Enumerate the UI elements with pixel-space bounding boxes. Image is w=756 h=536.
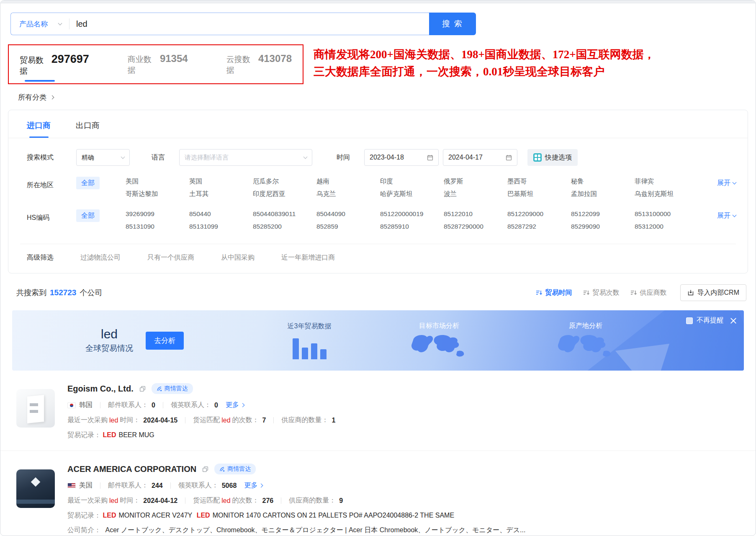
tab-business-data[interactable]: 商业数据 91354 [128, 53, 188, 77]
region-item[interactable]: 菲律宾 [635, 177, 698, 186]
hs-item[interactable]: 850440 [189, 209, 253, 219]
date-to-picker[interactable]: 2024-04-17 [443, 149, 517, 166]
results-header: 共搜索到 152723 个公司 贸易时间 贸易次数 供应商数 导入内部CRM [0, 273, 756, 309]
filter-row-hs: HS编码 全部 3926909985131090 85044085131099 … [8, 209, 748, 231]
search-category-label: 产品名称 [19, 19, 48, 29]
chevron-right-icon [259, 484, 263, 488]
hs-item[interactable]: 85131099 [189, 222, 253, 231]
import-crm-button[interactable]: 导入内部CRM [680, 284, 746, 301]
search-category-select[interactable]: 产品名称 [11, 19, 69, 29]
search-mode-select[interactable]: 精确 [76, 149, 130, 166]
sort-icon [583, 290, 590, 296]
region-label: 所在地区 [27, 177, 67, 193]
hs-item[interactable]: 85312000 [635, 222, 698, 231]
region-item[interactable]: 哥斯达黎加 [126, 189, 189, 198]
region-item[interactable]: 土耳其 [189, 189, 253, 198]
close-icon[interactable] [730, 317, 737, 325]
search-combo: 产品名称 [10, 13, 429, 35]
hs-item[interactable]: 85299090 [571, 222, 635, 231]
search-mode-label: 搜索模式 [27, 149, 67, 166]
hs-item[interactable]: 85287290000 [444, 222, 507, 231]
region-item[interactable]: 美国 [126, 177, 189, 186]
region-item[interactable]: 乌克兰 [316, 189, 380, 198]
advanced-filter-button[interactable]: 高级筛选 [27, 253, 54, 262]
hs-item[interactable]: 852859 [316, 222, 380, 231]
more-link[interactable]: 更多 [226, 401, 244, 410]
region-all-chip[interactable]: 全部 [76, 177, 100, 189]
hs-item[interactable]: 85285910 [380, 222, 444, 231]
sort-trade-count[interactable]: 贸易次数 [583, 289, 620, 297]
region-item[interactable]: 哈萨克斯坦 [380, 189, 444, 198]
sort-trade-time[interactable]: 贸易时间 [536, 289, 572, 297]
copy-icon[interactable] [202, 466, 208, 472]
company-name[interactable]: ACER AMERICA CORPORATION [67, 464, 196, 474]
banner-feature-origin: 原产地分析 [517, 322, 655, 360]
radar-badge[interactable]: 商情雷达 [152, 383, 193, 394]
tab-trade-data[interactable]: 贸易数据 297697 [20, 53, 89, 77]
world-map-graphic [408, 333, 471, 360]
data-source-row: 贸易数据 297697 商业数据 91354 云搜数据 413078 商情发现将… [0, 41, 756, 84]
region-item[interactable]: 孟加拉国 [571, 189, 635, 198]
region-item[interactable]: 印度尼西亚 [253, 189, 316, 198]
hs-item[interactable]: 85122010 [444, 209, 507, 219]
hs-item[interactable]: 85044090 [316, 209, 380, 219]
chevron-right-icon [240, 403, 244, 407]
tab-importer[interactable]: 进口商 [27, 120, 51, 138]
hs-expand-button[interactable]: 展开 [717, 209, 736, 222]
region-item[interactable]: 乌兹别克斯坦 [635, 189, 698, 198]
filter-new-importers[interactable]: 近一年新增进口商 [281, 253, 335, 262]
region-item[interactable]: 秘鲁 [571, 177, 635, 186]
filter-single-supplier[interactable]: 只有一个供应商 [147, 253, 194, 262]
language-select[interactable]: 请选择翻译语言 [179, 149, 312, 166]
tab-exporter[interactable]: 出口商 [76, 120, 100, 138]
hs-item[interactable]: 85131090 [126, 222, 189, 231]
dismiss-checkbox[interactable] [686, 317, 693, 324]
hs-item[interactable]: 851220000019 [380, 209, 444, 219]
hs-item[interactable]: 85122099 [571, 209, 635, 219]
radar-badge[interactable]: 商情雷达 [214, 464, 256, 474]
hs-all-chip[interactable]: 全部 [76, 209, 100, 222]
hs-item[interactable]: 8512209000 [507, 209, 571, 219]
hs-item[interactable]: 8513100000 [635, 209, 698, 219]
region-expand-button[interactable]: 展开 [717, 177, 736, 189]
region-item[interactable]: 俄罗斯 [444, 177, 507, 186]
search-input[interactable] [69, 13, 429, 35]
region-item[interactable]: 巴基斯坦 [507, 189, 571, 198]
annotation-line-2: 三大数据库全面打通，一次搜索，0.01秒呈现全球目标客户 [314, 63, 655, 80]
filter-from-china[interactable]: 从中国采购 [221, 253, 255, 262]
hs-item[interactable]: 39269099 [126, 209, 189, 219]
tab-cloud-data[interactable]: 云搜数据 413078 [226, 53, 292, 77]
chevron-down-icon [733, 180, 737, 185]
copy-icon[interactable] [139, 386, 146, 392]
trade-record: 贸易记录： LEDBEER MUG [67, 431, 739, 440]
grid-icon [533, 153, 542, 162]
chevron-down-icon [58, 21, 62, 26]
company-name[interactable]: Egoism Co., Ltd. [67, 384, 134, 394]
hs-item[interactable]: 85285200 [253, 222, 316, 231]
divider [185, 497, 185, 504]
hs-item[interactable]: 85287292 [507, 222, 571, 231]
search-button[interactable]: 搜 索 [429, 13, 476, 35]
analyze-button[interactable]: 去分析 [146, 332, 184, 350]
search-bar: 产品名称 搜 索 [0, 3, 756, 41]
company-country: 韩国 [79, 401, 93, 410]
quick-options-button[interactable]: 快捷选项 [527, 149, 578, 166]
region-item[interactable]: 英国 [189, 177, 253, 186]
chevron-right-icon [50, 95, 54, 100]
divider [163, 402, 163, 408]
sort-supplier-count[interactable]: 供应商数 [630, 289, 667, 297]
date-from-picker[interactable]: 2023-04-18 [364, 149, 439, 166]
calendar-icon [506, 155, 512, 161]
region-item[interactable]: 波兰 [444, 189, 507, 198]
region-item[interactable]: 厄瓜多尔 [253, 177, 316, 186]
region-item[interactable]: 越南 [316, 177, 380, 186]
filter-logistics[interactable]: 过滤物流公司 [80, 253, 121, 262]
active-tab-underline [25, 80, 55, 82]
breadcrumb[interactable]: 所有分类 [0, 84, 756, 108]
region-item[interactable]: 印度 [380, 177, 444, 186]
region-item[interactable]: 墨西哥 [507, 177, 571, 186]
chevron-down-icon [121, 155, 125, 159]
hs-item[interactable]: 850440839011 [253, 209, 316, 219]
more-link[interactable]: 更多 [244, 481, 262, 490]
flag-korea-icon [67, 402, 76, 408]
